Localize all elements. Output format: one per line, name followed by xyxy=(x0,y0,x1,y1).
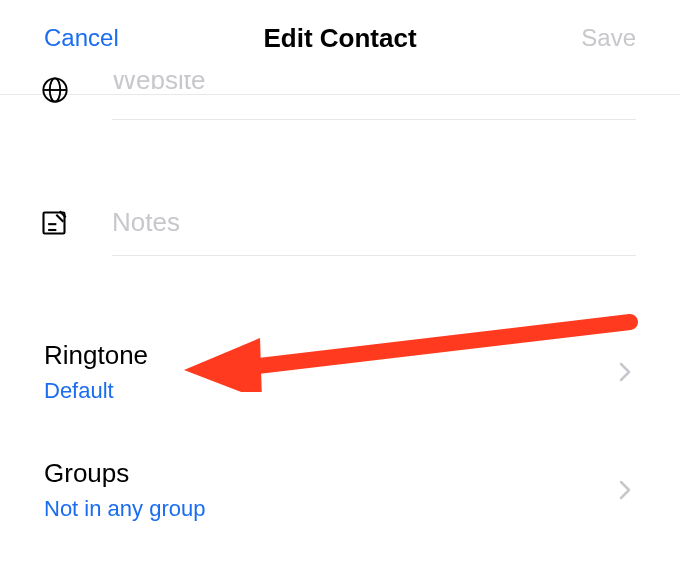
website-placeholder: Website xyxy=(112,75,205,96)
globe-icon xyxy=(40,75,70,105)
save-button[interactable]: Save xyxy=(581,24,636,52)
ringtone-row[interactable]: Ringtone Default xyxy=(0,330,680,420)
groups-row[interactable]: Groups Not in any group xyxy=(0,448,680,538)
divider xyxy=(112,119,636,120)
header-bar: Cancel Edit Contact Save xyxy=(0,0,680,76)
note-icon xyxy=(40,209,70,239)
groups-value: Not in any group xyxy=(44,496,205,522)
divider xyxy=(112,255,636,256)
notes-placeholder: Notes xyxy=(112,207,180,238)
notes-field-row[interactable]: Notes xyxy=(0,195,680,275)
website-field-row[interactable]: Website xyxy=(0,75,680,125)
edit-contact-screen: Cancel Edit Contact Save Website Not xyxy=(0,0,680,566)
chevron-right-icon xyxy=(618,360,632,384)
ringtone-label: Ringtone xyxy=(44,340,148,371)
chevron-right-icon xyxy=(618,478,632,502)
cancel-button[interactable]: Cancel xyxy=(44,24,119,52)
page-title: Edit Contact xyxy=(263,23,416,54)
ringtone-value: Default xyxy=(44,378,114,404)
groups-label: Groups xyxy=(44,458,129,489)
